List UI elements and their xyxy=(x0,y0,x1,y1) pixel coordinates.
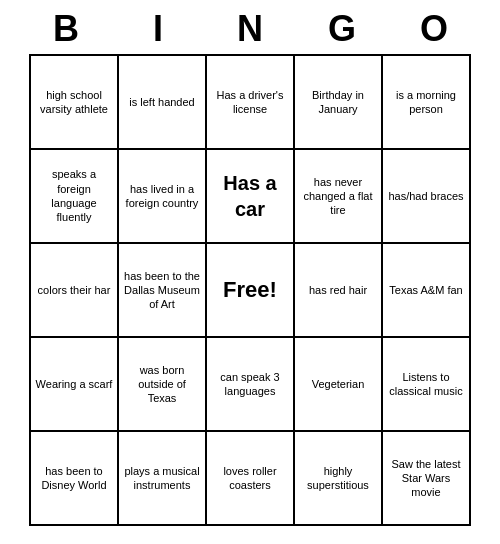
bingo-cell-4: is a morning person xyxy=(383,56,471,150)
letter-o: O xyxy=(390,8,478,50)
bingo-cell-6: has lived in a foreign country xyxy=(119,150,207,244)
bingo-cell-18: Vegeterian xyxy=(295,338,383,432)
bingo-cell-16: was born outside of Texas xyxy=(119,338,207,432)
bingo-cell-0: high school varsity athlete xyxy=(31,56,119,150)
letter-i: I xyxy=(114,8,202,50)
bingo-cell-8: has never changed a flat tire xyxy=(295,150,383,244)
bingo-cell-19: Listens to classical music xyxy=(383,338,471,432)
letter-b: B xyxy=(22,8,110,50)
bingo-cell-14: Texas A&M fan xyxy=(383,244,471,338)
letter-n: N xyxy=(206,8,294,50)
bingo-cell-1: is left handed xyxy=(119,56,207,150)
letter-g: G xyxy=(298,8,386,50)
bingo-cell-21: plays a musical instruments xyxy=(119,432,207,526)
bingo-cell-23: highly superstitious xyxy=(295,432,383,526)
bingo-cell-3: Birthday in January xyxy=(295,56,383,150)
bingo-cell-22: loves roller coasters xyxy=(207,432,295,526)
bingo-title: B I N G O xyxy=(20,8,480,50)
bingo-cell-13: has red hair xyxy=(295,244,383,338)
bingo-cell-11: has been to the Dallas Museum of Art xyxy=(119,244,207,338)
bingo-cell-12: Free! xyxy=(207,244,295,338)
bingo-cell-20: has been to Disney World xyxy=(31,432,119,526)
bingo-cell-15: Wearing a scarf xyxy=(31,338,119,432)
bingo-grid: high school varsity athleteis left hande… xyxy=(29,54,471,526)
bingo-cell-7: Has a car xyxy=(207,150,295,244)
bingo-cell-10: colors their har xyxy=(31,244,119,338)
bingo-cell-17: can speak 3 languages xyxy=(207,338,295,432)
bingo-cell-9: has/had braces xyxy=(383,150,471,244)
bingo-cell-24: Saw the latest Star Wars movie xyxy=(383,432,471,526)
bingo-cell-2: Has a driver's license xyxy=(207,56,295,150)
bingo-cell-5: speaks a foreign language fluently xyxy=(31,150,119,244)
